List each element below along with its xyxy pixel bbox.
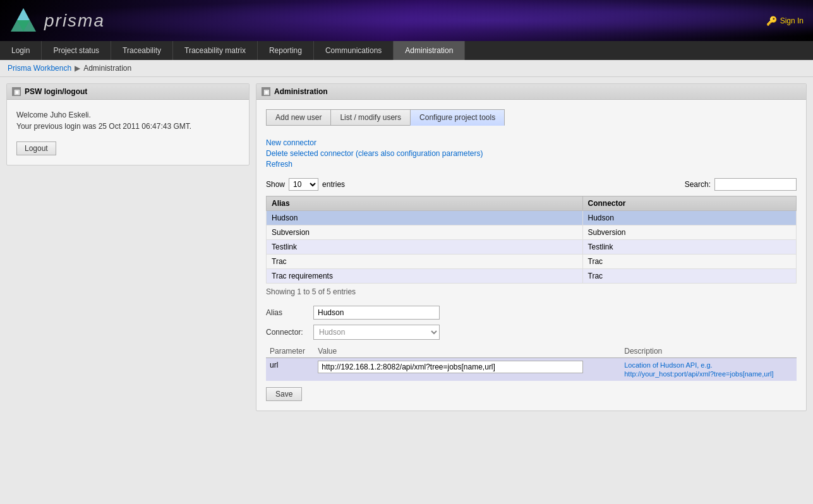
psw-panel: ▣ PSW login/logout Welcome Juho Eskeli. … xyxy=(6,83,250,165)
tab-add-new-user[interactable]: Add new user xyxy=(266,109,331,126)
search-area: Search: xyxy=(685,178,797,191)
right-panel: ▣ Administration Add new user List / mod… xyxy=(256,83,807,504)
logout-button[interactable]: Logout xyxy=(16,141,56,155)
detail-form: Alias Connector: Hudson Subversion Testl… xyxy=(266,306,797,340)
psw-panel-title: PSW login/logout xyxy=(25,87,87,96)
param-desc-line1: Location of Hudson API, e.g. xyxy=(624,361,712,369)
admin-panel-body: Add new user List / modify users Configu… xyxy=(256,100,806,411)
connector-label: Connector: xyxy=(266,328,313,337)
showing-text: Showing 1 to 5 of 5 entries xyxy=(266,287,797,296)
delete-connector-link[interactable]: Delete selected connector (clears also c… xyxy=(266,149,797,158)
param-name: url xyxy=(266,358,314,381)
desc-col-header: Description xyxy=(620,345,797,358)
nav-traceability[interactable]: Traceability xyxy=(111,41,173,60)
table-row[interactable]: Trac Trac xyxy=(267,255,797,269)
nav-traceability-matrix[interactable]: Traceability matrix xyxy=(173,41,258,60)
save-button[interactable]: Save xyxy=(266,387,302,401)
param-col-header: Parameter xyxy=(266,345,314,358)
show-select[interactable]: 10 25 50 100 xyxy=(289,178,318,191)
row-alias: Subversion xyxy=(267,225,583,240)
row-alias: Trac requirements xyxy=(267,269,583,284)
param-desc-line2: http://your_host:port/api/xml?tree=jobs[… xyxy=(624,370,773,378)
nav-project-status[interactable]: Project status xyxy=(42,41,111,60)
admin-panel-header: ▣ Administration xyxy=(256,84,806,100)
admin-panel: ▣ Administration Add new user List / mod… xyxy=(256,83,807,411)
tab-configure-project-tools[interactable]: Configure project tools xyxy=(410,109,505,126)
param-value-cell xyxy=(314,358,620,381)
table-row[interactable]: Hudson Hudson xyxy=(267,211,797,225)
key-icon: 🔑 xyxy=(766,16,777,26)
row-connector: Testlink xyxy=(582,240,797,255)
nav-communications[interactable]: Communications xyxy=(314,41,394,60)
parameter-table: Parameter Value Description url xyxy=(266,345,797,381)
svg-marker-1 xyxy=(17,8,30,20)
main-nav: Login Project status Traceability Tracea… xyxy=(0,41,813,60)
refresh-link[interactable]: Refresh xyxy=(266,160,797,169)
psw-panel-icon: ▣ xyxy=(12,87,21,96)
param-desc-cell: Location of Hudson API, e.g. http://your… xyxy=(620,358,797,381)
logo: prisma xyxy=(9,6,105,35)
breadcrumb-current: Administration xyxy=(83,64,131,73)
welcome-line1: Welcome Juho Eskeli. xyxy=(16,109,239,121)
table-row[interactable]: Testlink Testlink xyxy=(267,240,797,255)
alias-label: Alias xyxy=(266,308,313,317)
breadcrumb-home-link[interactable]: Prisma Workbench xyxy=(8,64,71,73)
show-entries-bar: Show 10 25 50 100 entries Search: xyxy=(266,178,797,191)
search-input[interactable] xyxy=(714,178,797,191)
row-alias: Trac xyxy=(267,255,583,269)
nav-administration[interactable]: Administration xyxy=(394,41,465,60)
tab-list-modify-users[interactable]: List / modify users xyxy=(330,109,411,126)
row-alias: Testlink xyxy=(267,240,583,255)
row-connector: Subversion xyxy=(582,225,797,240)
breadcrumb-separator: ▶ xyxy=(75,64,80,73)
entries-label: entries xyxy=(322,180,345,189)
logo-text: prisma xyxy=(44,11,105,31)
sign-in-link[interactable]: 🔑 Sign In xyxy=(766,16,804,26)
breadcrumb: Prisma Workbench ▶ Administration xyxy=(0,60,813,77)
welcome-text: Welcome Juho Eskeli. Your previous login… xyxy=(16,109,239,132)
param-row: url Location of Hudson API, e.g. http://… xyxy=(266,358,797,381)
nav-reporting[interactable]: Reporting xyxy=(258,41,314,60)
row-connector: Hudson xyxy=(582,211,797,225)
table-row[interactable]: Subversion Subversion xyxy=(267,225,797,240)
value-col-header: Value xyxy=(314,345,620,358)
col-connector: Connector xyxy=(582,196,797,211)
left-panel: ▣ PSW login/logout Welcome Juho Eskeli. … xyxy=(6,83,250,504)
search-label: Search: xyxy=(685,180,711,189)
row-connector: Trac xyxy=(582,255,797,269)
connector-select[interactable]: Hudson Subversion Testlink Trac xyxy=(313,325,440,340)
logo-icon xyxy=(9,6,38,35)
action-links: New connector Delete selected connector … xyxy=(266,138,797,169)
welcome-line2: Your previous login was 25 Oct 2011 06:4… xyxy=(16,121,239,132)
row-connector: Trac xyxy=(582,269,797,284)
col-alias: Alias xyxy=(267,196,583,211)
tab-bar: Add new user List / modify users Configu… xyxy=(266,109,797,126)
connectors-table: Alias Connector Hudson Hudson Subversion… xyxy=(266,196,797,284)
header: prisma 🔑 Sign In xyxy=(0,0,813,41)
row-alias: Hudson xyxy=(267,211,583,225)
psw-panel-body: Welcome Juho Eskeli. Your previous login… xyxy=(7,100,249,165)
table-row[interactable]: Trac requirements Trac xyxy=(267,269,797,284)
admin-panel-icon: ▣ xyxy=(262,87,270,96)
alias-input[interactable] xyxy=(313,306,440,320)
show-entries-left: Show 10 25 50 100 entries xyxy=(266,178,345,191)
param-value-input[interactable] xyxy=(318,361,583,373)
psw-panel-header: ▣ PSW login/logout xyxy=(7,84,249,100)
admin-panel-title: Administration xyxy=(274,87,328,96)
main-layout: ▣ PSW login/logout Welcome Juho Eskeli. … xyxy=(0,77,813,504)
nav-login[interactable]: Login xyxy=(0,41,42,60)
new-connector-link[interactable]: New connector xyxy=(266,138,797,147)
connector-row: Connector: Hudson Subversion Testlink Tr… xyxy=(266,325,797,340)
alias-row: Alias xyxy=(266,306,797,320)
show-label: Show xyxy=(266,180,285,189)
